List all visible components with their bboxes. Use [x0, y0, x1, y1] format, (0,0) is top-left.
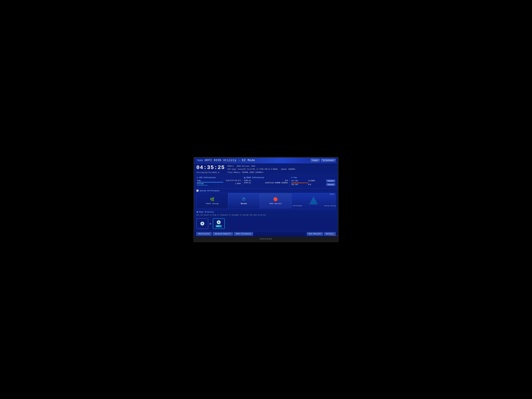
clock-time: 04:35:25	[196, 165, 225, 171]
cpu-fan-row: CPU_FAN 1275RPM Standard	[291, 180, 335, 182]
radar-chart	[307, 196, 320, 206]
normal-icon: ⏱	[242, 197, 246, 202]
cpu-temp-row: Temp. +123.8°F/+51.0°C	[197, 180, 241, 182]
system-info: H81M-E BIOS Version: 3602 CPU Type: Inte…	[228, 165, 336, 174]
boot-devices: 💿 ▶ 💿 UEFI	[196, 217, 336, 230]
boot-icon: ⏻	[196, 211, 198, 213]
dimm-b1-row: DIMM_B1: Undefined 4096MB 1600MHz	[244, 182, 288, 184]
watermark: ELETRÔNICA	[329, 235, 337, 236]
quiet-label: Quiet	[330, 193, 334, 195]
performance-label: Performance	[293, 205, 302, 207]
normal-label: Normal	[241, 203, 247, 205]
clock-date: Thursday[01/01/2009] ⚙	[196, 171, 225, 174]
samsung-logo: SAMSUNG	[260, 238, 272, 240]
normal-card[interactable]: ⏱ Normal	[228, 193, 260, 209]
gear-icon[interactable]: ⚙	[218, 171, 219, 174]
header-title: UEFI BIOS Utility - EZ Mode	[204, 159, 255, 162]
sata-information-button[interactable]: SATA Information	[234, 232, 253, 236]
cpu-icon: ⚙	[197, 176, 198, 179]
boot-section: ⏻ Boot Priority Use the mouse to drag or…	[194, 210, 338, 231]
header-left: ⊺SUS UEFI BIOS Utility - EZ Mode	[196, 159, 255, 162]
info-panels: ⚙ CPU Information Temp. +123.8°F/+51.0°C…	[194, 175, 338, 189]
cpu-panel-title: ⚙ CPU Information	[197, 176, 241, 179]
energy-saving-label: Energy Saving	[324, 205, 336, 207]
asus-logo: ⊺SUS	[196, 159, 203, 162]
language-button[interactable]: English	[310, 159, 320, 162]
radar-card: Quiet Performance	[291, 193, 336, 209]
dram-panel-title: ▦ DRAM Information	[244, 176, 288, 179]
header-bar: ⊺SUS UEFI BIOS Utility - EZ Mode English…	[194, 158, 338, 163]
uefi-hdd-icon: 💿	[216, 220, 221, 225]
power-saving-card[interactable]: 🌿 Power Saving	[196, 193, 228, 209]
hdd-icon: 💿	[200, 222, 205, 226]
exit-icon: 🖥	[323, 159, 325, 161]
performance-section: 📊 System Performance 🌿 Power Saving ⏱ No…	[194, 189, 338, 210]
bottom-bar: Shortcut(F3) Advanced Mode(F7) SATA Info…	[194, 231, 338, 237]
dram-panel: ▦ DRAM Information DIMM_A1: N/A DIMM_B1:…	[242, 175, 290, 187]
boot-device-uefi[interactable]: 💿 UEFI	[213, 218, 225, 229]
voltage-bar	[197, 185, 208, 185]
boot-menu-button[interactable]: Boot Menu(F8)	[307, 232, 323, 236]
uefi-badge: UEFI	[216, 225, 222, 227]
fan-panel-title: ❄ Fan	[291, 176, 335, 179]
cpu-info-line: CPU Type: Intel(R) Core(TM) i7-4790 CPU …	[228, 168, 336, 171]
performance-title: 📊 System Performance	[196, 190, 336, 192]
asus-optimal-icon: 🔴	[273, 197, 278, 202]
fan-panel: ❄ Fan CPU_FAN 1275RPM Standard CHA_FAN N…	[290, 175, 337, 187]
advanced-mode-button[interactable]: Advanced Mode(F7)	[213, 232, 233, 236]
power-saving-label: Power Saving	[206, 203, 219, 205]
cha-fan-row: CHA_FAN N/A Standard	[291, 184, 335, 186]
power-saving-icon: 🌿	[210, 197, 215, 202]
samsung-bar: SAMSUNG	[194, 237, 338, 241]
cpu-fan-bar	[291, 183, 309, 183]
boot-arrow: ▶	[210, 222, 211, 225]
cpu-panel: ⚙ CPU Information Temp. +123.8°F/+51.0°C…	[195, 175, 242, 187]
cpu-fan-standard-button[interactable]: Standard	[326, 180, 335, 182]
top-info: 04:35:25 Thursday[01/01/2009] ⚙ H81M-E B…	[194, 163, 338, 175]
fan-icon: ❄	[291, 176, 292, 179]
boot-device-hdd[interactable]: 💿	[196, 218, 208, 229]
asus-optimal-label: ASUS Optimal	[269, 203, 282, 205]
board-info: H81M-E BIOS Version: 3602	[228, 165, 336, 168]
performance-icon: 📊	[196, 190, 199, 192]
memory-info-line: Total Memory: 4096MB (DDR3 1600MHz)	[228, 171, 336, 174]
cha-fan-standard-button[interactable]: Standard	[326, 184, 335, 186]
shortcut-button[interactable]: Shortcut(F3)	[196, 232, 212, 236]
dimm-a1-row: DIMM_A1: N/A	[244, 180, 288, 182]
boot-hint: Use the mouse to drag or keyboard to nav…	[196, 214, 336, 216]
temp-bar	[197, 182, 223, 183]
clock-section: 04:35:25 Thursday[01/01/2009] ⚙	[196, 165, 225, 174]
performance-cards: 🌿 Power Saving ⏱ Normal 🔴 ASUS Optimal Q…	[196, 193, 336, 209]
boot-title: ⏻ Boot Priority	[196, 211, 336, 213]
cpu-voltage-row: Voltage 1.004V	[197, 183, 241, 185]
asus-optimal-card[interactable]: 🔴 ASUS Optimal	[260, 193, 291, 209]
exit-button[interactable]: 🖥 Exit/Advan	[321, 159, 336, 162]
dram-icon: ▦	[244, 176, 245, 179]
